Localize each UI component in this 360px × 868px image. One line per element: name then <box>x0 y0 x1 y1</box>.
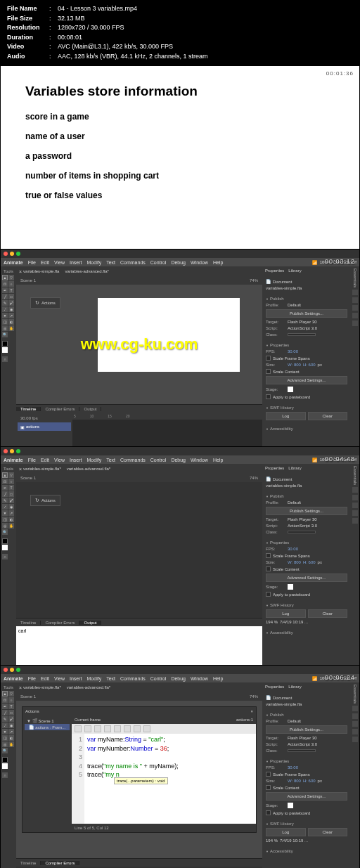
bone-tool-icon[interactable]: ⟋ <box>2 723 8 728</box>
bucket-tool-icon[interactable]: ▼ <box>2 729 8 734</box>
section-properties[interactable]: Properties <box>266 343 347 347</box>
stage-color[interactable] <box>288 803 293 808</box>
eraser-tool-icon[interactable]: ◫ <box>2 319 8 325</box>
collapse-icon[interactable] <box>124 725 131 732</box>
fill-color[interactable] <box>2 545 8 550</box>
menu-insert[interactable]: Insert <box>70 458 82 462</box>
maximize-icon[interactable] <box>16 252 20 256</box>
pen-tool-icon[interactable]: ✒ <box>2 287 8 293</box>
expand-icon[interactable] <box>134 725 141 732</box>
menu-help[interactable]: Help <box>213 676 223 681</box>
find-icon[interactable] <box>84 725 91 732</box>
tab-library[interactable]: Library <box>288 466 301 470</box>
components-icon[interactable] <box>352 737 358 742</box>
scale-frame-checkbox[interactable] <box>266 553 271 558</box>
transform-tool-icon[interactable]: ⊡ <box>2 281 8 287</box>
line-tool-icon[interactable]: ╱ <box>2 491 8 497</box>
text-tool-icon[interactable]: T <box>8 287 14 293</box>
eyedropper-tool-icon[interactable]: ↗ <box>8 510 14 516</box>
size-w[interactable]: W: 800 <box>288 779 301 783</box>
window-controls[interactable] <box>1 447 359 455</box>
menu-control[interactable]: Control <box>150 676 167 681</box>
menu-insert[interactable]: Insert <box>70 260 82 265</box>
code-content[interactable]: 1 2 3 4 5 var myName:String = "carl"; va… <box>72 734 256 824</box>
swatches-icon[interactable] <box>352 503 358 508</box>
paint-tool-icon[interactable]: ◉ <box>8 723 14 728</box>
transform-icon[interactable] <box>352 510 358 516</box>
size-h[interactable]: H: 600 <box>303 363 316 367</box>
eyedropper-tool-icon[interactable]: ↗ <box>8 729 14 734</box>
camera-tool-icon[interactable]: ◎ <box>2 325 8 331</box>
paint-tool-icon[interactable]: ◉ <box>8 306 14 312</box>
pasteboard-checkbox[interactable] <box>266 394 271 399</box>
log-button[interactable]: Log <box>266 828 306 836</box>
section-accessibility[interactable]: Accessibility <box>266 630 347 635</box>
selection-tool-icon[interactable]: ▲ <box>2 275 8 280</box>
menu-modify[interactable]: Modify <box>87 458 102 462</box>
log-button[interactable]: Log <box>266 609 306 618</box>
pencil-tool-icon[interactable]: ✎ <box>2 716 8 722</box>
section-publish[interactable]: Publish <box>266 494 347 498</box>
transform-tool-icon[interactable]: ⊡ <box>2 479 8 484</box>
subselect-tool-icon[interactable]: ▽ <box>8 275 14 280</box>
menu-debug[interactable]: Debug <box>171 458 186 462</box>
transform-icon[interactable] <box>352 729 358 734</box>
eraser-tool-icon[interactable]: ◫ <box>2 517 8 522</box>
brush-tool-icon[interactable]: 🖌 <box>8 716 14 722</box>
bone-tool-icon[interactable]: ⟋ <box>2 504 8 510</box>
fps-value[interactable]: 30.00 <box>288 349 298 354</box>
size-h[interactable]: H: 600 <box>303 779 316 783</box>
menu-commands[interactable]: Commands <box>120 458 146 462</box>
clear-button[interactable]: Clear <box>308 828 348 836</box>
pen-tool-icon[interactable]: ✒ <box>2 485 8 491</box>
close-icon[interactable] <box>4 252 8 256</box>
menu-text[interactable]: Text <box>106 458 115 462</box>
components-icon[interactable] <box>352 518 358 524</box>
doc-tab-2[interactable]: variables-advanced.fla* <box>65 269 108 273</box>
components-icon[interactable] <box>352 320 358 326</box>
tab-output[interactable]: Output <box>79 621 101 625</box>
width-tool-icon[interactable]: ◐ <box>8 319 14 325</box>
menu-window[interactable]: Window <box>191 458 208 462</box>
snap-icon[interactable]: ∩ <box>2 554 8 559</box>
menu-file[interactable]: File <box>28 676 36 681</box>
width-tool-icon[interactable]: ◐ <box>8 517 14 522</box>
nav-actions-frame[interactable]: 📄 actions : Fram... <box>25 724 70 730</box>
section-swf-history[interactable]: SWF History <box>266 822 347 826</box>
brush-tool-icon[interactable]: 🖌 <box>8 498 14 503</box>
lasso-tool-icon[interactable]: ○ <box>8 479 14 484</box>
menu-commands[interactable]: Commands <box>120 260 146 265</box>
stroke-color[interactable] <box>2 538 8 544</box>
section-publish[interactable]: Publish <box>266 713 347 717</box>
publish-settings-button[interactable]: Publish Settings... <box>266 507 347 515</box>
hand-tool-icon[interactable]: ✋ <box>8 523 14 529</box>
target-value[interactable]: Flash Player 30 <box>288 320 317 324</box>
script-value[interactable]: ActionScript 3.0 <box>288 742 317 746</box>
maximize-icon[interactable] <box>16 668 20 672</box>
clear-button[interactable]: Clear <box>308 412 348 420</box>
section-swf-history[interactable]: SWF History <box>266 406 347 410</box>
align-icon[interactable] <box>352 487 358 493</box>
menu-modify[interactable]: Modify <box>87 676 102 681</box>
tab-output[interactable]: Output <box>79 407 101 411</box>
clear-button[interactable]: Clear <box>308 609 348 618</box>
zoom-tool-icon[interactable]: 🔍 <box>2 529 8 535</box>
pencil-tool-icon[interactable]: ✎ <box>2 300 8 306</box>
doc-tab-2[interactable]: variables-advanced.fla* <box>67 685 110 689</box>
lasso-tool-icon[interactable]: ○ <box>8 281 14 287</box>
fps-value[interactable]: 30.00 <box>288 765 298 770</box>
menu-debug[interactable]: Debug <box>171 260 186 265</box>
publish-settings-button[interactable]: Publish Settings... <box>266 309 347 318</box>
hand-tool-icon[interactable]: ✋ <box>8 325 14 331</box>
menu-debug[interactable]: Debug <box>171 676 186 681</box>
transform-tool-icon[interactable]: ⊡ <box>2 697 8 703</box>
tab-timeline[interactable]: Timeline <box>16 621 41 625</box>
align-icon[interactable] <box>352 706 358 711</box>
fps-value[interactable]: 30.00 <box>288 547 298 551</box>
menu-control[interactable]: Control <box>150 458 167 462</box>
menu-edit[interactable]: Edit <box>41 458 49 462</box>
format-icon[interactable] <box>94 725 101 732</box>
eyedropper-tool-icon[interactable]: ↗ <box>8 313 14 318</box>
minimize-icon[interactable] <box>10 668 14 672</box>
section-swf-history[interactable]: SWF History <box>266 603 347 607</box>
